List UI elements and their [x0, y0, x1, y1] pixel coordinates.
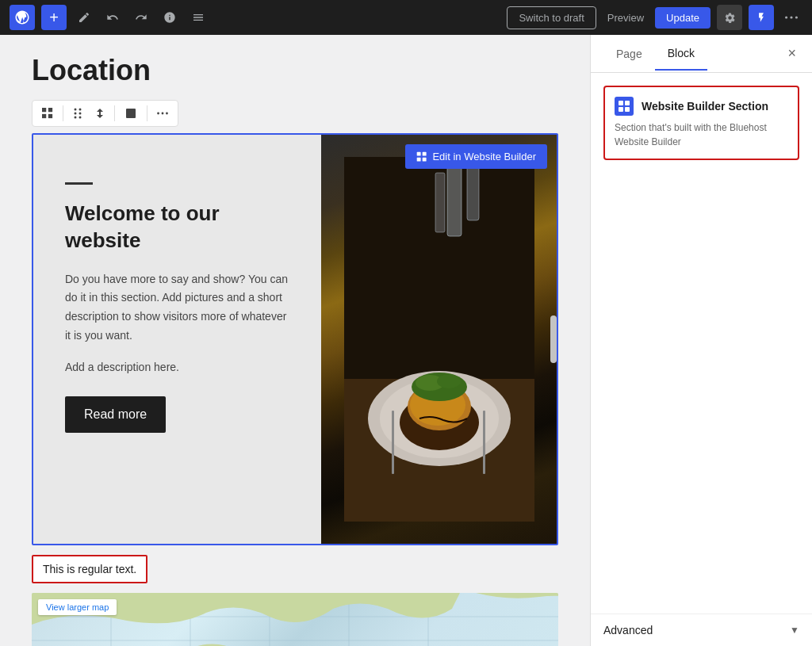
- transform-button[interactable]: [120, 104, 142, 123]
- page-title: Location: [32, 54, 558, 87]
- svg-rect-13: [126, 109, 136, 118]
- svg-point-14: [157, 113, 159, 115]
- read-more-button[interactable]: Read more: [65, 396, 166, 433]
- advanced-label: Advanced: [603, 624, 653, 636]
- top-bar: + Switch to draft Preview Update: [0, 0, 812, 35]
- wb-divider: [65, 182, 93, 185]
- regular-text: This is regular text.: [43, 563, 136, 575]
- top-bar-right: Switch to draft Preview Update: [507, 5, 802, 30]
- more-block-options-button[interactable]: [152, 109, 173, 118]
- sidebar-close-button[interactable]: ×: [784, 42, 799, 65]
- drag-handle-button[interactable]: [68, 105, 87, 122]
- move-up-down-button[interactable]: [90, 105, 109, 122]
- svg-point-0: [785, 16, 787, 18]
- top-bar-left: +: [10, 5, 209, 30]
- website-builder-block: Edit in Website Builder Welcome to our w…: [32, 133, 558, 545]
- svg-rect-19: [417, 157, 421, 161]
- sidebar-content: Website Builder Section Section that's b…: [591, 73, 812, 614]
- block-panel-header: Website Builder Section: [615, 97, 788, 116]
- sidebar: Page Block × Website Builde: [590, 35, 812, 646]
- svg-rect-34: [392, 411, 394, 474]
- svg-point-15: [162, 113, 164, 115]
- svg-rect-6: [48, 114, 52, 118]
- svg-rect-3: [42, 108, 46, 112]
- svg-point-1: [790, 16, 792, 18]
- scroll-indicator: [550, 315, 557, 363]
- svg-point-12: [79, 117, 82, 119]
- wp-logo-icon[interactable]: [10, 5, 35, 30]
- grid-view-button[interactable]: [37, 105, 58, 122]
- tab-block[interactable]: Block: [655, 37, 707, 71]
- svg-rect-18: [423, 151, 427, 155]
- food-svg: [344, 157, 534, 522]
- svg-point-10: [79, 113, 82, 115]
- update-button[interactable]: Update: [655, 7, 710, 29]
- svg-rect-5: [42, 114, 46, 118]
- block-icon: [615, 97, 634, 116]
- svg-point-2: [795, 16, 798, 18]
- svg-point-9: [75, 113, 77, 115]
- wb-heading: Welcome to our website: [65, 201, 289, 254]
- menu-button[interactable]: [187, 6, 209, 29]
- edit-in-website-builder-button[interactable]: Edit in Website Builder: [405, 144, 547, 169]
- block-panel: Website Builder Section Section that's b…: [603, 86, 799, 160]
- advanced-section[interactable]: Advanced ▼: [591, 614, 812, 646]
- info-button[interactable]: [159, 6, 181, 29]
- block-panel-desc-line1: Section that's built with the Bluehost: [615, 120, 788, 135]
- svg-rect-35: [483, 411, 485, 474]
- svg-rect-17: [417, 151, 421, 155]
- wb-body-text: Do you have more to say and show? You ca…: [65, 270, 289, 346]
- svg-rect-25: [435, 173, 445, 232]
- view-larger-map-button[interactable]: View larger map: [38, 599, 117, 615]
- editor-area[interactable]: Location: [0, 35, 590, 646]
- svg-rect-20: [423, 157, 427, 161]
- grid-dot-3: [619, 107, 623, 112]
- svg-point-11: [75, 117, 77, 119]
- svg-point-7: [75, 109, 77, 111]
- tab-page[interactable]: Page: [603, 37, 655, 71]
- block-icon-grid: [619, 101, 630, 112]
- tools-button[interactable]: [73, 6, 95, 29]
- block-panel-desc-line2: Website Builder: [615, 135, 788, 149]
- wb-image-area: [321, 135, 557, 544]
- lightning-button[interactable]: [749, 5, 774, 30]
- wb-content-area: Welcome to our website Do you have more …: [33, 135, 321, 544]
- grid-dot-1: [619, 101, 623, 105]
- grid-dot-4: [625, 107, 630, 112]
- add-block-button[interactable]: +: [41, 5, 67, 30]
- undo-button[interactable]: [102, 6, 124, 29]
- switch-draft-button[interactable]: Switch to draft: [507, 6, 596, 29]
- grid-dot-2: [625, 101, 630, 105]
- wb-body2-text: Add a description here.: [65, 358, 289, 377]
- preview-button[interactable]: Preview: [603, 7, 649, 29]
- redo-button[interactable]: [130, 6, 152, 29]
- block-panel-title: Website Builder Section: [642, 100, 768, 113]
- settings-button[interactable]: [717, 5, 742, 30]
- svg-rect-4: [48, 108, 52, 112]
- svg-point-8: [79, 109, 82, 111]
- main-layout: Location: [0, 35, 812, 646]
- svg-rect-23: [447, 165, 462, 236]
- svg-point-33: [437, 374, 461, 388]
- regular-text-block: This is regular text.: [32, 555, 147, 583]
- food-image: [321, 135, 557, 544]
- sidebar-tabs: Page Block: [603, 37, 707, 71]
- block-toolbar: [32, 100, 178, 127]
- chevron-down-icon: ▼: [790, 625, 799, 636]
- more-options-button[interactable]: [780, 11, 802, 24]
- sidebar-header: Page Block ×: [591, 35, 812, 73]
- map-block: View larger map: [32, 593, 558, 646]
- svg-point-16: [166, 113, 168, 115]
